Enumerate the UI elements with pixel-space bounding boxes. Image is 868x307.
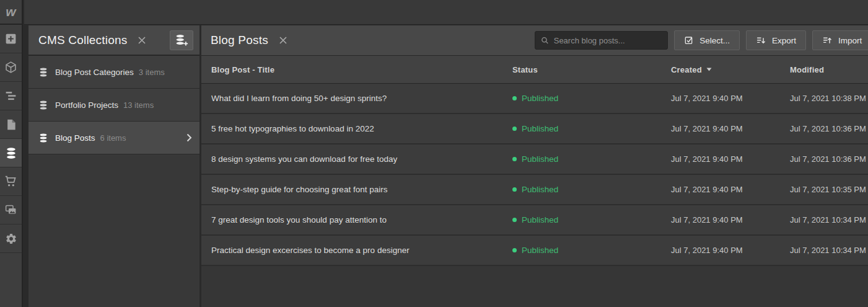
toolbar-item-components[interactable]: [0, 53, 22, 82]
post-row[interactable]: What did I learn from doing 50+ design s…: [201, 84, 868, 114]
close-icon: [279, 37, 287, 44]
column-header-modified[interactable]: Modified: [790, 65, 868, 74]
export-button-label: Export: [772, 36, 796, 45]
webflow-cms-designer: w: [0, 0, 868, 307]
webflow-logo-glyph: w: [6, 5, 15, 18]
post-title: Step-by-step guide for choosing great fo…: [211, 185, 512, 194]
post-title: 5 free hot typographies to download in 2…: [211, 124, 512, 133]
select-button[interactable]: Select...: [674, 30, 740, 50]
cart-icon: [4, 175, 17, 188]
collection-count: 6 items: [100, 133, 126, 143]
post-status: Published: [512, 215, 671, 225]
collections-close-button[interactable]: [136, 34, 148, 47]
status-dot-icon: [512, 96, 517, 100]
toolbar-item-cms[interactable]: [0, 139, 22, 167]
column-header-title[interactable]: Blog Post - Title: [211, 65, 512, 74]
collection-count: 13 items: [123, 100, 154, 110]
search-box: [535, 31, 668, 50]
status-dot-icon: [512, 127, 517, 131]
post-created: Jul 7, 2021 9:40 PM: [671, 154, 790, 164]
import-icon: [822, 35, 833, 46]
import-button-label: Import: [838, 36, 862, 45]
post-status: Published: [512, 154, 671, 164]
close-icon: [138, 37, 146, 44]
post-modified: Jul 7, 2021 10:35 PM: [790, 185, 868, 194]
database-icon: [5, 146, 17, 160]
webflow-logo[interactable]: w: [0, 0, 22, 25]
top-bar: [24, 0, 868, 25]
collections-panel-title: CMS Collections: [38, 33, 127, 47]
post-title: What did I learn from doing 50+ design s…: [211, 94, 512, 103]
posts-panel-controls: Select... Export Import: [535, 30, 868, 50]
status-dot-icon: [512, 218, 517, 222]
post-title: 8 design systems you can download for fr…: [211, 154, 512, 164]
post-status: Published: [512, 185, 671, 194]
post-row[interactable]: Practical design excercises to become a …: [201, 236, 868, 266]
posts-panel-header: Blog Posts: [201, 25, 868, 56]
toolbar-item-navigator[interactable]: [0, 82, 22, 110]
post-status: Published: [512, 94, 671, 103]
status-dot-icon: [512, 248, 517, 252]
post-row[interactable]: 7 great design tools you should pay atte…: [201, 205, 868, 236]
database-plus-icon: [175, 34, 188, 47]
plus-icon: [4, 32, 17, 45]
import-button[interactable]: Import: [812, 30, 868, 50]
column-header-status[interactable]: Status: [512, 65, 671, 74]
export-button[interactable]: Export: [746, 30, 806, 50]
toolbar-item-settings[interactable]: [0, 225, 22, 253]
toolbar-item-ecommerce[interactable]: [0, 167, 22, 196]
post-title: 7 great design tools you should pay atte…: [211, 215, 512, 225]
collection-name: Blog Post Categories: [55, 68, 134, 77]
post-modified: Jul 7, 2021 10:34 PM: [790, 246, 868, 255]
search-icon: [541, 36, 549, 45]
posts-table-header: Blog Post - Title Status Created Modifie…: [201, 56, 868, 84]
posts-panel-title: Blog Posts: [211, 33, 268, 47]
select-button-label: Select...: [699, 36, 730, 45]
add-collection-button[interactable]: [170, 30, 193, 50]
search-input[interactable]: [554, 36, 662, 45]
post-created: Jul 7, 2021 9:40 PM: [671, 185, 790, 194]
post-status: Published: [512, 124, 671, 133]
blog-posts-panel: Blog Posts: [201, 25, 868, 307]
collection-item-portfolio-projects[interactable]: Portfolio Projects 13 items: [28, 89, 199, 122]
post-row[interactable]: Step-by-step guide for choosing great fo…: [201, 175, 868, 205]
left-toolbar: w: [0, 0, 23, 307]
collection-name: Blog Posts: [55, 133, 95, 143]
chevron-right-icon: [186, 133, 192, 142]
toolbar-item-pages[interactable]: [0, 110, 22, 139]
post-modified: Jul 7, 2021 10:34 PM: [790, 215, 868, 225]
cms-collections-panel: CMS Collections Blog Po: [28, 25, 199, 307]
post-created: Jul 7, 2021 9:40 PM: [671, 246, 790, 255]
column-header-created[interactable]: Created: [671, 65, 790, 74]
page-icon: [5, 118, 17, 131]
database-icon: [38, 100, 48, 110]
database-icon: [38, 133, 48, 143]
collection-count: 3 items: [139, 68, 165, 77]
toolbar-item-assets[interactable]: [0, 196, 22, 225]
collection-item-blog-posts[interactable]: Blog Posts 6 items: [28, 122, 199, 154]
post-modified: Jul 7, 2021 10:36 PM: [790, 154, 868, 164]
post-modified: Jul 7, 2021 10:38 PM: [790, 94, 868, 103]
status-dot-icon: [512, 187, 517, 192]
post-status: Published: [512, 246, 671, 255]
collection-item-blog-post-categories[interactable]: Blog Post Categories 3 items: [28, 56, 199, 89]
checkbox-icon: [684, 35, 694, 45]
post-row[interactable]: 8 design systems you can download for fr…: [201, 145, 868, 175]
sort-caret-down-icon: [706, 68, 712, 71]
post-modified: Jul 7, 2021 10:36 PM: [790, 124, 868, 133]
images-icon: [4, 203, 17, 216]
gear-icon: [5, 233, 17, 245]
toolbar-item-add-elements[interactable]: [0, 25, 22, 53]
post-created: Jul 7, 2021 9:40 PM: [671, 94, 790, 103]
post-row[interactable]: 5 free hot typographies to download in 2…: [201, 114, 868, 145]
collection-name: Portfolio Projects: [55, 100, 118, 110]
status-dot-icon: [512, 157, 517, 161]
collections-panel-header: CMS Collections: [28, 25, 199, 56]
post-created: Jul 7, 2021 9:40 PM: [671, 124, 790, 133]
post-created: Jul 7, 2021 9:40 PM: [671, 215, 790, 225]
cube-icon: [4, 61, 17, 74]
database-icon: [38, 67, 48, 78]
posts-close-button[interactable]: [277, 34, 289, 47]
export-icon: [756, 35, 766, 46]
navigator-icon: [4, 89, 17, 102]
